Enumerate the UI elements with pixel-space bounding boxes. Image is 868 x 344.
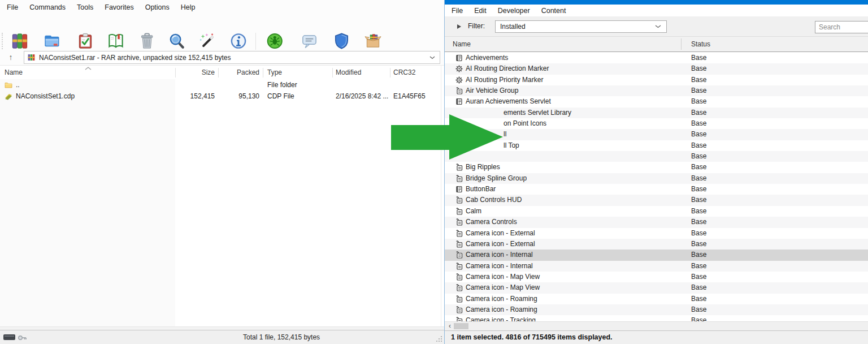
list-item[interactable]: Camera icon - Internal Base [445,250,868,260]
winrar-menu-commands[interactable]: Commands [24,0,71,15]
header-cell-packed[interactable]: Packed [218,66,259,80]
key-icon[interactable] [18,334,27,342]
list-item[interactable]: AI Routing Direction Marker Base [445,63,868,74]
list-item[interactable]: ButtonBar Base [445,184,868,195]
winrar-menu-file[interactable]: File [1,0,24,15]
folder-icon [5,81,12,89]
column-resize-handle[interactable] [263,68,263,78]
asset-name: Cab Controls HUD [466,195,522,205]
asset-name: Camera Controls [466,217,517,227]
winrar-menu-help[interactable]: Help [175,0,201,15]
cdp-file-icon [5,92,12,100]
asset-icon [455,208,463,215]
list-item[interactable]: Camera Controls Base [445,217,868,227]
disk-icon[interactable] [3,334,16,341]
scroll-icon [455,54,463,62]
archive-path-combobox[interactable]: NAConsistSet1.rar - RAR archive, unpacke… [24,51,440,64]
list-item[interactable]: Auran Achievements Servlet Base [445,96,868,107]
asset-status: Base [691,228,706,239]
list-item[interactable]: ll Base [445,129,868,140]
list-item[interactable]: Bridge Spline Group Base [445,173,868,184]
list-item[interactable]: Camera icon - External Base [445,228,868,239]
up-button[interactable]: ↑ [5,51,17,63]
delete-trash-icon [138,32,156,50]
list-item[interactable]: Camera icon - External Base [445,239,868,250]
header-cell-size[interactable]: Size [175,66,215,80]
asset-status: Base [691,315,706,321]
filter-label: Filter: [468,16,485,36]
asset-name: Auran Achievements Servlet [466,96,551,107]
list-item[interactable]: AI Routing Priority Marker Base [445,75,868,85]
list-item[interactable]: Camera icon - Tracking Base [445,315,868,321]
asset-name: AI Routing Direction Marker [466,63,549,74]
asset-name: Camera icon - Internal [466,261,533,272]
header-cell-type[interactable]: Type [267,66,282,80]
column-resize-handle[interactable] [681,38,682,50]
winrar-menu-tools[interactable]: Tools [71,0,99,15]
list-item[interactable]: Big Ripples Base [445,162,868,173]
virusscan-bug-icon [266,32,283,50]
header-cell-name[interactable]: Name [453,37,471,51]
list-item[interactable]: ements Servlet Library Base [445,108,868,118]
asset-name: Camera icon - External [466,228,535,239]
wizard-wand-icon [199,32,216,50]
header-cell-crc32[interactable]: CRC32 [393,66,415,80]
status-total-text: Total 1 file, 152,415 bytes [243,330,320,344]
column-resize-handle[interactable] [390,68,390,78]
resize-grip-icon[interactable] [435,335,442,342]
file-row[interactable]: .. File folder [0,79,444,91]
asset-icon [455,175,463,182]
asset-icon [455,295,463,303]
list-item[interactable]: Camera icon - Roaming Base [445,294,868,304]
column-resize-handle[interactable] [332,68,333,78]
list-item[interactable]: Calm Base [445,206,868,217]
list-item[interactable]: Base [445,151,868,162]
scroll-icon [455,98,463,105]
search-input[interactable] [815,21,868,33]
content-manager-window: FileEditDeveloperContent Filter: Install… [444,0,868,344]
scroll-thumb[interactable] [454,323,468,329]
winrar-menu-options[interactable]: Options [140,0,175,15]
scroll-left-icon[interactable]: ‹ [446,322,454,331]
winrar-toolbar: Add Extract To Test View Delete Find Wiz… [0,15,444,50]
asset-name: Camera icon - Internal [466,250,533,260]
info-circle-icon [230,32,248,50]
filter-dropdown[interactable]: Installed [495,20,667,33]
filter-expander-icon[interactable] [457,24,461,29]
file-list-header: NameSizePackedTypeModifiedCRC32 [0,65,444,79]
file-size: 152,415 [175,91,215,102]
asset-status: Base [691,304,706,315]
header-cell-name[interactable]: Name [5,66,23,80]
list-right-edge [441,65,441,326]
list-item[interactable]: Camera icon - Map View Base [445,272,868,282]
asset-name: ll [504,129,506,140]
asset-name: Camera icon - Map View [466,272,540,282]
asset-list-header: Name Status [445,37,868,52]
list-item[interactable]: on Point Icons Base [445,118,868,129]
file-row[interactable]: NAConsistSet1.cdp 152,415 95,130 CDP Fil… [0,91,444,102]
list-item[interactable]: Camera icon - Internal Base [445,261,868,272]
cm-menu-developer[interactable]: Developer [492,3,536,18]
cm-menubar: FileEditDeveloperContent [445,5,868,16]
horizontal-scrollbar[interactable]: ‹ [445,321,868,330]
chevron-down-icon[interactable] [429,56,435,59]
list-item[interactable]: Camera icon - Roaming Base [445,304,868,315]
winrar-menu-favorites[interactable]: Favorites [99,0,139,15]
cm-menu-content[interactable]: Content [536,3,572,18]
list-item[interactable]: Cab Controls HUD Base [445,195,868,205]
list-item[interactable]: ll Top Base [445,140,868,151]
cm-menu-file[interactable]: File [446,3,468,18]
winrar-status-bar: Total 1 file, 152,415 bytes [0,330,444,344]
asset-status: Base [691,151,706,162]
scroll-icon [455,186,463,193]
header-cell-status[interactable]: Status [691,37,710,51]
screenshot-stage: FileCommandsToolsFavoritesOptionsHelp Ad… [0,0,868,344]
list-item[interactable]: Achievements Base [445,53,868,63]
list-item[interactable]: Camera icon - Map View Base [445,282,868,293]
file-type: CDP File [267,91,294,102]
cm-menu-edit[interactable]: Edit [468,3,492,18]
asset-status: Base [691,63,706,74]
asset-status: Base [691,239,706,250]
list-item[interactable]: Air Vehicle Group Base [445,85,868,96]
header-cell-modified[interactable]: Modified [336,66,361,80]
